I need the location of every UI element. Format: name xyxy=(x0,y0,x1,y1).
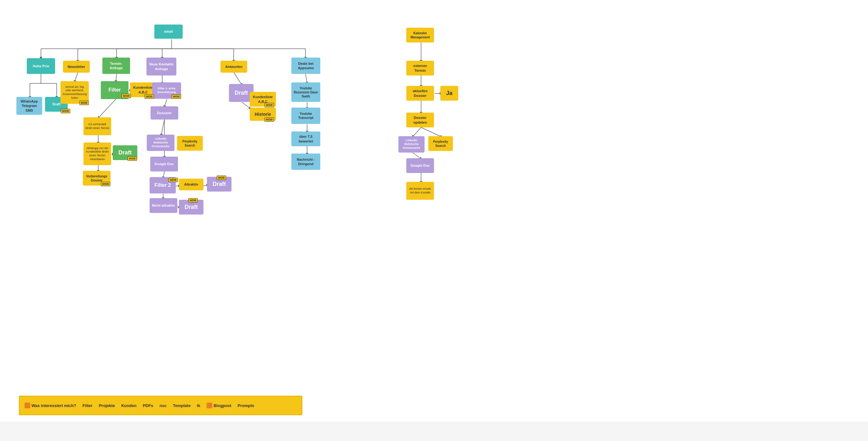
svg-line-36 xyxy=(242,102,250,108)
node-hohe-prio[interactable]: Hohe Prio xyxy=(27,58,55,74)
node-uber-75[interactable]: über 7,5 bewertet xyxy=(291,132,320,146)
svg-line-26 xyxy=(164,99,167,107)
tab-label-was: Was interessiert mich? xyxy=(31,403,76,408)
node-die-letzten-emails[interactable]: die letzten emails mit dem Kontakt xyxy=(406,182,434,200)
wdb-draft1: WDB xyxy=(61,109,70,113)
svg-line-19 xyxy=(116,74,117,82)
tab-lk[interactable]: lk xyxy=(195,403,202,409)
tab-blogpost[interactable]: Blogpost xyxy=(205,402,233,409)
node-deals-appsumo[interactable]: Deals bei Appsumo xyxy=(291,58,320,74)
bottom-tab-bar: Was interessiert mich? Filter Projekte K… xyxy=(19,396,302,415)
svg-line-45 xyxy=(412,127,421,137)
tab-pdfs[interactable]: PDFs xyxy=(141,403,155,409)
node-google-doc1[interactable]: Google Doc xyxy=(150,157,178,171)
node-termin-anfrage[interactable]: Termin-Anfrage xyxy=(102,58,130,74)
wdb-kundenliste2: WDB xyxy=(265,103,274,107)
node-nicht-attraktiv[interactable]: Nicht attraktiv xyxy=(150,198,177,213)
wdb-einmal: WDB xyxy=(80,101,89,105)
node-neue-kontakte[interactable]: Neue Kontakte Anfrage xyxy=(147,58,176,75)
tab-dot-was xyxy=(25,403,30,408)
node-linkedin-websuche1[interactable]: LinkedIn WebSuche Firmensuche xyxy=(147,135,175,151)
tab-label-pdfs: PDFs xyxy=(143,403,153,408)
node-dossier-updaten[interactable]: Dossier updaten xyxy=(406,113,434,127)
node-antworten[interactable]: Antworten xyxy=(220,61,247,73)
wdb-draft-green: WDB xyxy=(128,156,137,161)
node-linkedin-websuche2[interactable]: LinkedIn WebSuche Firmensuche xyxy=(398,136,425,152)
tab-label-template: Template xyxy=(173,403,190,408)
node-whatsapp[interactable]: WhatsApp Telegram SMS xyxy=(17,97,42,115)
wdb-historie: WDB xyxy=(265,117,274,122)
wdb-vorbereitungs: WDB xyxy=(101,182,110,186)
tab-was-interessiert[interactable]: Was interessiert mich? xyxy=(23,402,78,409)
svg-line-47 xyxy=(412,152,421,159)
tab-label-blogpost: Blogpost xyxy=(214,403,231,408)
node-perplexity1[interactable]: Perplexity Search xyxy=(177,136,203,151)
tab-label-prompts: Prompts xyxy=(238,403,254,408)
node-externer-termin[interactable]: externer Termin xyxy=(406,61,434,75)
node-attraktiv[interactable]: Attraktiv xyxy=(179,179,204,190)
tab-label-projekte: Projekte xyxy=(99,403,115,408)
tab-filter[interactable]: Filter xyxy=(81,403,94,409)
node-dossier1[interactable]: Dosssier xyxy=(151,106,178,120)
tab-kunden[interactable]: Kunden xyxy=(119,403,138,409)
svg-line-37 xyxy=(306,74,307,83)
svg-line-27 xyxy=(161,120,164,135)
tab-dot-blogpost xyxy=(207,403,212,408)
tab-nsc[interactable]: nsc xyxy=(158,403,168,409)
tab-label-kunden: Kunden xyxy=(121,403,136,408)
wdb-filter2: WDB xyxy=(168,178,178,182)
connector-lines xyxy=(0,0,868,421)
node-email[interactable]: email xyxy=(154,25,183,39)
wdb-kundenliste1: WDB xyxy=(145,94,154,99)
tab-label-nsc: nsc xyxy=(160,403,166,408)
node-newsletter[interactable]: Newsletter xyxy=(63,61,90,73)
node-perplexity2[interactable]: Perplexity Search xyxy=(428,136,453,151)
node-youtube-rezension[interactable]: Youtube Rezension Dave Swith xyxy=(291,82,320,102)
wdb-draft-purple2: WDB xyxy=(188,198,198,203)
svg-line-18 xyxy=(75,72,78,82)
main-canvas: email Hohe Prio Newsletter Termin-Anfrag… xyxy=(0,0,868,421)
wdb-draft-right: WDB xyxy=(217,175,226,180)
node-k2-verhandelt[interactable]: K2-verhandelt direkt einen Termin xyxy=(84,117,111,135)
tab-label-lk: lk xyxy=(197,403,200,408)
node-abhangig[interactable]: Abhängig von der Kundenliste direkt eine… xyxy=(84,142,111,165)
wdb-filter1: WDB xyxy=(172,94,181,99)
svg-line-34 xyxy=(234,72,242,85)
svg-line-46 xyxy=(421,127,441,137)
node-nachricht-dringend[interactable]: Nachricht - Dringend xyxy=(291,154,320,170)
node-ja[interactable]: Ja xyxy=(440,86,458,101)
svg-line-21 xyxy=(98,99,116,118)
node-kalender-mgmt[interactable]: Kalender Management xyxy=(406,28,434,42)
wdb-filter: WDB xyxy=(122,94,131,98)
tab-template[interactable]: Template xyxy=(171,403,192,409)
tab-label-filter: Filter xyxy=(83,403,93,408)
tab-prompts[interactable]: Prompts xyxy=(236,403,256,409)
tab-projekte[interactable]: Projekte xyxy=(97,403,117,409)
node-aktuelles-dossier[interactable]: aktuelles Dossier xyxy=(406,86,434,101)
node-google-doc2[interactable]: Google Doc xyxy=(406,158,434,173)
node-youtube-transcript[interactable]: Youtube Transcript xyxy=(291,108,320,124)
